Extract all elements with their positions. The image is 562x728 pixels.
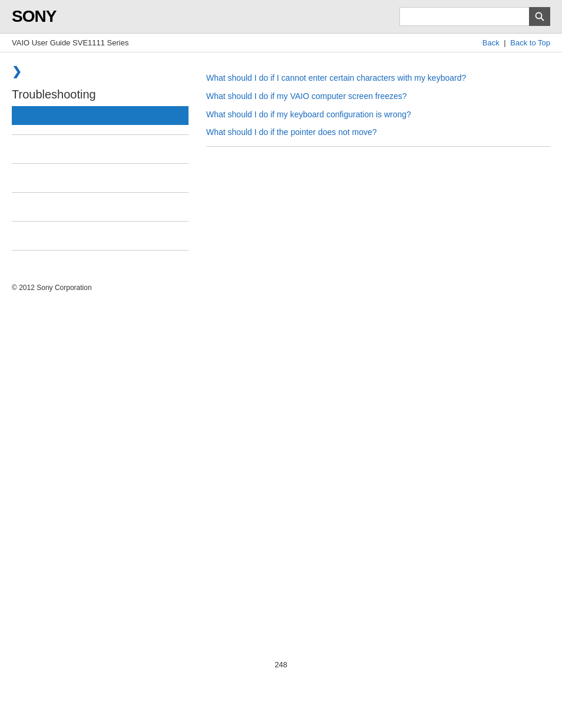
svg-point-0 <box>536 13 542 19</box>
list-item: What should I do if I cannot enter certa… <box>206 69 550 87</box>
content-link-3[interactable]: What should I do if the pointer does not… <box>206 123 550 141</box>
main-content: ❯ Troubleshooting What should I do if I … <box>0 52 562 272</box>
content-area: What should I do if I cannot enter certa… <box>206 64 550 260</box>
separator: | <box>504 38 508 47</box>
search-button[interactable] <box>529 7 550 26</box>
content-link-2[interactable]: What should I do if my keyboard configur… <box>206 106 550 124</box>
nav-bar: VAIO User Guide SVE1111 Series Back | Ba… <box>0 34 562 52</box>
guide-title: VAIO User Guide SVE1111 Series <box>12 38 128 47</box>
chevron-icon: ❯ <box>12 64 189 78</box>
nav-links: Back | Back to Top <box>482 38 550 47</box>
sidebar-empty-4 <box>12 231 189 241</box>
sidebar-heading: Troubleshooting <box>12 88 189 101</box>
page-number: 248 <box>0 648 562 681</box>
sidebar-divider-5 <box>12 250 189 251</box>
sony-logo: SONY <box>12 7 56 26</box>
svg-line-1 <box>541 18 544 21</box>
content-bottom-divider <box>206 146 550 147</box>
sidebar-empty-3 <box>12 202 189 212</box>
back-link[interactable]: Back <box>482 38 500 47</box>
sidebar-divider-1 <box>12 134 189 135</box>
copyright: © 2012 Sony Corporation <box>12 284 92 292</box>
sidebar-divider-4 <box>12 221 189 222</box>
back-to-top-link[interactable]: Back to Top <box>510 38 550 47</box>
search-icon <box>535 12 544 21</box>
search-area <box>399 7 550 26</box>
sidebar-empty-2 <box>12 173 189 183</box>
sidebar-divider-2 <box>12 163 189 164</box>
sidebar-empty-1 <box>12 144 189 154</box>
sidebar-active-item[interactable] <box>12 106 189 125</box>
footer: © 2012 Sony Corporation <box>0 272 562 304</box>
list-item: What should I do if my keyboard configur… <box>206 106 550 124</box>
header: SONY <box>0 0 562 34</box>
list-item: What should I do if my VAIO computer scr… <box>206 87 550 106</box>
content-link-1[interactable]: What should I do if my VAIO computer scr… <box>206 87 550 106</box>
content-links: What should I do if I cannot enter certa… <box>206 69 550 141</box>
sidebar-divider-3 <box>12 192 189 193</box>
list-item: What should I do if the pointer does not… <box>206 123 550 141</box>
search-input[interactable] <box>399 7 529 26</box>
sidebar: ❯ Troubleshooting <box>12 64 189 260</box>
content-link-0[interactable]: What should I do if I cannot enter certa… <box>206 69 550 87</box>
